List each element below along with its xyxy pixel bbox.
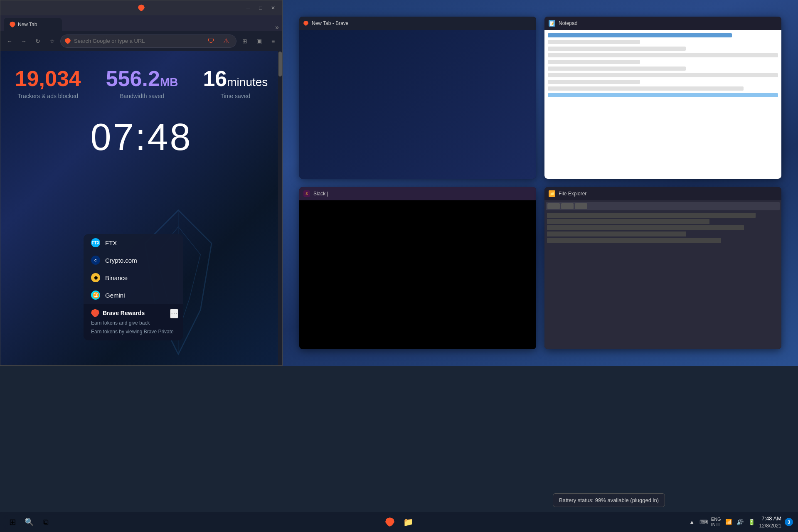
- notepad-preview-title: Notepad: [559, 20, 577, 26]
- explorer-preview-favicon: 📁: [549, 190, 555, 197]
- maximize-button[interactable]: □: [255, 4, 266, 12]
- tab-favicon: [10, 22, 15, 27]
- ftx-item[interactable]: FTX FTX: [84, 234, 183, 251]
- cryptocom-icon: C: [91, 256, 100, 265]
- rewards-description: Earn tokens and give back: [91, 320, 176, 327]
- start-button[interactable]: ⊞: [5, 515, 20, 530]
- binance-label: Binance: [105, 274, 128, 281]
- time-value: 16minutes: [203, 68, 268, 89]
- gemini-item[interactable]: ♊ Gemini: [84, 286, 183, 304]
- refresh-button[interactable]: ↻: [32, 35, 44, 47]
- explorer-preview-titlebar: 📁 File Explorer: [544, 187, 781, 200]
- volume-icon[interactable]: 🔊: [736, 518, 744, 526]
- explorer-row-2: [547, 219, 709, 224]
- clock-date: 12/8/2021: [759, 522, 781, 530]
- brave-preview-favicon: [303, 21, 308, 26]
- taskbar-brave-icon[interactable]: [382, 515, 397, 530]
- notepad-line-3: [548, 47, 686, 51]
- close-button[interactable]: ✕: [267, 4, 279, 12]
- trackers-label: Trackers & ads blocked: [15, 93, 81, 99]
- time-label: Time saved: [203, 93, 268, 99]
- slack-preview-body: [299, 200, 536, 349]
- rewards-subtitle: Earn tokens by viewing Brave Private: [91, 328, 176, 335]
- trackers-count: 19,034: [15, 68, 81, 89]
- bat-icon: [91, 309, 99, 317]
- brave-logo-icon: [65, 38, 71, 44]
- brave-rewards-section: Brave Rewards ⋯ Earn tokens and give bac…: [84, 304, 183, 340]
- clock-display: 07:48: [0, 116, 282, 159]
- rewards-more-button[interactable]: ⋯: [170, 309, 178, 318]
- scrollbar-thumb[interactable]: [278, 52, 282, 76]
- address-bar[interactable]: 🛡 ⚠: [60, 34, 236, 48]
- menu-button[interactable]: ≡: [267, 35, 279, 47]
- wallet-button[interactable]: ▣: [253, 35, 265, 47]
- bookmark-button[interactable]: ☆: [46, 35, 58, 47]
- battery-icon[interactable]: 🔋: [748, 518, 756, 526]
- minimize-button[interactable]: ─: [242, 4, 254, 12]
- address-input[interactable]: [74, 38, 202, 44]
- title-bar: ─ □ ✕: [0, 0, 282, 15]
- explorer-btn-1: [547, 203, 560, 209]
- bandwidth-stat: 556.2MB Bandwidth saved: [106, 68, 178, 99]
- notepad-preview-titlebar: 📝 Notepad: [544, 17, 781, 30]
- brave-window-preview[interactable]: New Tab - Brave: [299, 17, 536, 179]
- stats-row: 19,034 Trackers & ads blocked 556.2MB Ba…: [0, 51, 282, 108]
- clock-time: 7:48 AM: [759, 515, 781, 522]
- taskbar: ⊞ 🔍 ⧉ 📁 ▲ ⌨ ENG INTL 📶 🔊 🔋 7:48 AM 12/: [0, 512, 798, 532]
- notification-badge[interactable]: 3: [785, 518, 793, 526]
- notepad-line-7: [548, 73, 778, 77]
- explorer-preview-title: File Explorer: [559, 191, 586, 197]
- explorer-row-3: [547, 225, 744, 230]
- taskbar-left: ⊞ 🔍 ⧉: [5, 515, 53, 530]
- explorer-toolbar-sim: [546, 202, 780, 210]
- tab-label: New Tab: [18, 22, 37, 27]
- binance-icon: ◆: [91, 273, 100, 282]
- brave-preview-titlebar: New Tab - Brave: [299, 17, 536, 30]
- security-warning-button[interactable]: ⚠: [220, 35, 232, 47]
- slack-preview-favicon: S: [303, 190, 310, 197]
- language-indicator[interactable]: ENG INTL: [711, 517, 721, 527]
- binance-item[interactable]: ◆ Binance: [84, 269, 183, 286]
- more-tabs-button[interactable]: »: [275, 24, 279, 31]
- bandwidth-value: 556.2MB: [106, 68, 178, 89]
- taskbar-explorer-icon[interactable]: 📁: [401, 515, 416, 530]
- battery-tooltip: Battery status: 99% available (plugged i…: [553, 493, 665, 507]
- notepad-line-6: [548, 66, 686, 71]
- time-stat: 16minutes Time saved: [203, 68, 268, 99]
- brave-shield-button[interactable]: 🛡: [205, 35, 217, 47]
- rewards-title: Brave Rewards: [103, 310, 145, 316]
- notepad-window-preview[interactable]: 📝 Notepad: [544, 17, 781, 179]
- taskbar-right: ▲ ⌨ ENG INTL 📶 🔊 🔋 7:48 AM 12/8/2021 3: [688, 515, 793, 530]
- notepad-line-8: [548, 80, 640, 84]
- notepad-url-line: [548, 93, 778, 97]
- explorer-btn-3: [575, 203, 587, 209]
- back-button[interactable]: ←: [4, 35, 15, 47]
- browser-content: 19,034 Trackers & ads blocked 556.2MB Ba…: [0, 51, 282, 365]
- notepad-preview-body: [544, 30, 781, 179]
- time-display[interactable]: 7:48 AM 12/8/2021: [759, 515, 781, 530]
- explorer-btn-2: [561, 203, 574, 209]
- keyboard-icon[interactable]: ⌨: [699, 518, 708, 526]
- scrollbar[interactable]: [278, 51, 282, 365]
- explorer-window-preview[interactable]: 📁 File Explorer: [544, 187, 781, 349]
- gemini-label: Gemini: [105, 292, 125, 299]
- wifi-icon[interactable]: 📶: [724, 518, 733, 526]
- explorer-rows: [546, 212, 780, 245]
- forward-button[interactable]: →: [18, 35, 30, 47]
- notepad-line-4: [548, 53, 778, 57]
- cryptocom-item[interactable]: C Crypto.com: [84, 251, 183, 269]
- extensions-button[interactable]: ⊞: [239, 35, 251, 47]
- gemini-icon: ♊: [91, 291, 100, 300]
- slack-window-preview[interactable]: S Slack |: [299, 187, 536, 349]
- system-tray-expand[interactable]: ▲: [688, 518, 696, 526]
- task-view: New Tab - Brave 📝 Notepad S Slack |: [283, 0, 798, 366]
- search-button[interactable]: 🔍: [22, 515, 37, 530]
- explorer-row-4: [547, 232, 686, 236]
- active-tab[interactable]: New Tab: [4, 18, 62, 31]
- bandwidth-label: Bandwidth saved: [106, 93, 178, 99]
- tab-bar: New Tab »: [0, 15, 282, 31]
- task-view-button[interactable]: ⧉: [38, 515, 53, 530]
- ftx-label: FTX: [105, 239, 117, 246]
- notepad-line-2: [548, 40, 640, 44]
- slack-preview-titlebar: S Slack |: [299, 187, 536, 200]
